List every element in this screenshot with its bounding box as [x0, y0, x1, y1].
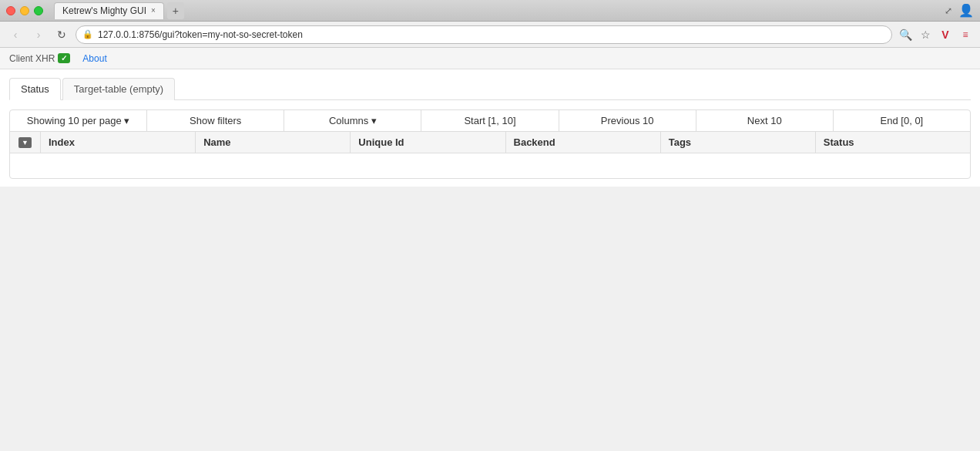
tab-navigation: Status Target-table (empty): [9, 77, 971, 100]
end-label: End [0, 0]: [881, 115, 924, 126]
client-xhr-badge: ✓: [58, 53, 70, 63]
tab-target-table[interactable]: Target-table (empty): [62, 78, 175, 100]
table-header: ▼ Index Name Unique Id Backend Tags Stat…: [10, 132, 970, 153]
browser-tab-bar: Ketrew's Mighty GUI × +: [54, 2, 940, 19]
per-page-label: Showing 10 per page ▾: [27, 115, 129, 126]
maximize-button[interactable]: [34, 6, 43, 15]
bookmark-star-icon[interactable]: ☆: [917, 26, 934, 43]
traffic-lights: [6, 6, 43, 15]
vip-icon[interactable]: V: [937, 26, 954, 43]
about-link[interactable]: About: [82, 53, 106, 64]
next-button[interactable]: Next 10: [696, 110, 834, 131]
navbar: ‹ › ↻ 🔒 127.0.0.1:8756/gui?token=my-not-…: [0, 22, 980, 48]
new-tab-button[interactable]: +: [167, 2, 184, 19]
per-page-selector[interactable]: Showing 10 per page ▾: [10, 110, 147, 131]
close-button[interactable]: [6, 6, 15, 15]
th-status: Status: [816, 132, 970, 153]
tab-status-label: Status: [21, 83, 49, 95]
bookmarks-bar: Client XHR ✓ About: [0, 48, 980, 69]
th-index-label: Index: [49, 136, 75, 148]
end-button[interactable]: End [0, 0]: [834, 110, 970, 131]
menu-icon[interactable]: ≡: [957, 26, 974, 43]
th-name-label: Name: [203, 136, 230, 148]
refresh-button[interactable]: ↻: [52, 25, 71, 44]
nav-icons-right: 🔍 ☆ V ≡: [897, 26, 974, 43]
th-tags: Tags: [661, 132, 816, 153]
th-unique-id-label: Unique Id: [358, 136, 404, 148]
th-unique-id: Unique Id: [351, 132, 505, 153]
fullscreen-icon[interactable]: ⤢: [945, 5, 952, 16]
minimize-button[interactable]: [20, 6, 29, 15]
window-controls: ⤢ 👤: [945, 3, 974, 18]
back-button[interactable]: ‹: [6, 25, 25, 44]
columns-selector[interactable]: Columns ▾: [284, 110, 421, 131]
start-button[interactable]: Start [1, 10]: [421, 110, 559, 131]
start-label: Start [1, 10]: [464, 115, 515, 126]
select-all-checkbox[interactable]: ▼: [10, 132, 41, 153]
previous-label: Previous 10: [601, 115, 654, 126]
previous-button[interactable]: Previous 10: [559, 110, 696, 131]
titlebar: Ketrew's Mighty GUI × + ⤢ 👤: [0, 0, 980, 22]
browser-tab-close[interactable]: ×: [151, 7, 156, 15]
table-body-empty: [10, 153, 970, 178]
columns-label: Columns ▾: [329, 115, 377, 126]
client-xhr-label: Client XHR: [9, 53, 55, 64]
address-bar[interactable]: 🔒 127.0.0.1:8756/gui?token=my-not-so-sec…: [76, 25, 892, 44]
tab-status[interactable]: Status: [9, 78, 61, 100]
sort-icon[interactable]: ▼: [18, 137, 32, 148]
th-tags-label: Tags: [669, 136, 691, 148]
address-text: 127.0.0.1:8756/gui?token=my-not-so-secre…: [98, 29, 303, 40]
toolbar-row: Showing 10 per page ▾ Show filters Colum…: [10, 110, 970, 132]
th-backend-label: Backend: [514, 136, 555, 148]
th-backend: Backend: [506, 132, 661, 153]
th-status-label: Status: [824, 136, 854, 148]
show-filters-label: Show filters: [190, 115, 241, 126]
browser-tab-title: Ketrew's Mighty GUI: [62, 5, 146, 16]
client-xhr-bookmark: Client XHR ✓: [9, 53, 70, 64]
browser-tab[interactable]: Ketrew's Mighty GUI ×: [54, 2, 164, 19]
next-label: Next 10: [747, 115, 782, 126]
show-filters-button[interactable]: Show filters: [147, 110, 284, 131]
th-name: Name: [196, 132, 351, 153]
search-icon[interactable]: 🔍: [897, 26, 914, 43]
lock-icon: 🔒: [82, 29, 93, 39]
data-table-container: Showing 10 per page ▾ Show filters Colum…: [9, 109, 971, 179]
forward-button[interactable]: ›: [29, 25, 48, 44]
th-index: Index: [41, 132, 196, 153]
user-avatar-icon: 👤: [958, 3, 974, 18]
tab-target-table-label: Target-table (empty): [74, 83, 163, 95]
main-content: Status Target-table (empty) Showing 10 p…: [0, 69, 980, 187]
